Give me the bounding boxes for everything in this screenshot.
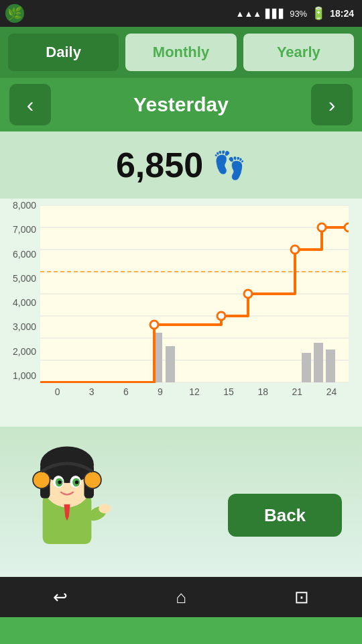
y-label-5000: 5,000 [13, 273, 36, 284]
home-nav-button[interactable]: ⌂ [161, 582, 201, 612]
svg-rect-15 [326, 350, 335, 382]
tab-bar: Daily Monthly Yearly [0, 27, 362, 78]
nav-row: ‹ Yesterday › [0, 78, 362, 131]
svg-point-27 [33, 472, 50, 488]
bottom-nav: ↩ ⌂ ⊡ [0, 577, 362, 617]
svg-point-33 [58, 480, 61, 484]
x-label-15: 15 [212, 386, 246, 402]
svg-point-20 [318, 223, 326, 231]
x-label-21: 21 [280, 386, 314, 402]
x-label-6: 6 [109, 386, 143, 402]
back-button[interactable]: Back [228, 494, 342, 537]
y-axis: 8,000 7,000 6,000 5,000 4,000 3,000 2,00… [0, 205, 40, 400]
tab-yearly[interactable]: Yearly [243, 34, 354, 71]
status-bar: 🌿 ▲▲▲ ▋▋▋ 93% 🔋 18:24 [0, 0, 362, 27]
y-label-3000: 3,000 [13, 321, 36, 332]
battery-icon: 🔋 [311, 6, 326, 21]
y-label-4000: 4,000 [13, 297, 36, 308]
wifi-icon: ▲▲▲ [236, 9, 262, 19]
svg-point-37 [99, 504, 111, 514]
svg-point-21 [345, 223, 349, 231]
character-section: Back [0, 427, 362, 577]
steps-count: 6,850 [116, 145, 203, 185]
svg-rect-13 [302, 353, 311, 382]
apps-nav-button[interactable]: ⊡ [282, 582, 322, 612]
battery-level: 93% [290, 9, 307, 19]
chart-section: 8,000 7,000 6,000 5,000 4,000 3,000 2,00… [0, 199, 362, 427]
y-label-7000: 7,000 [13, 224, 36, 235]
svg-rect-14 [314, 343, 323, 382]
x-label-12: 12 [177, 386, 211, 402]
x-axis: 0 3 6 9 12 15 18 21 24 [40, 386, 349, 402]
y-label-6000: 6,000 [13, 249, 36, 260]
x-label-0: 0 [40, 386, 74, 402]
x-label-18: 18 [246, 386, 280, 402]
y-label-1000: 1,000 [13, 370, 36, 381]
chart-svg [40, 205, 349, 383]
svg-point-34 [75, 480, 78, 484]
tab-daily[interactable]: Daily [8, 34, 119, 71]
x-label-9: 9 [143, 386, 177, 402]
svg-point-19 [291, 246, 299, 254]
home-nav-icon: ⌂ [176, 587, 186, 608]
signal-icon: ▋▋▋ [265, 9, 286, 19]
back-nav-button[interactable]: ↩ [40, 582, 80, 612]
character-illustration [0, 416, 134, 550]
svg-point-18 [244, 290, 252, 298]
clock: 18:24 [330, 8, 354, 19]
footprint-icon: 👣 [213, 150, 246, 181]
back-nav-icon: ↩ [53, 587, 68, 608]
prev-button[interactable]: ‹ [9, 84, 51, 125]
x-label-24: 24 [314, 386, 349, 402]
apps-nav-icon: ⊡ [294, 587, 309, 608]
next-button[interactable]: › [311, 84, 353, 125]
steps-section: 6,850 👣 [0, 131, 362, 199]
y-label-2000: 2,000 [13, 346, 36, 357]
svg-point-17 [217, 312, 225, 320]
svg-point-28 [84, 472, 101, 488]
y-label-8000: 8,000 [13, 200, 36, 211]
svg-point-16 [150, 321, 158, 329]
date-label: Yesterday [133, 93, 229, 116]
x-label-3: 3 [74, 386, 109, 402]
svg-rect-12 [166, 346, 175, 382]
app-icon: 🌿 [5, 4, 24, 23]
tab-monthly[interactable]: Monthly [125, 34, 236, 71]
